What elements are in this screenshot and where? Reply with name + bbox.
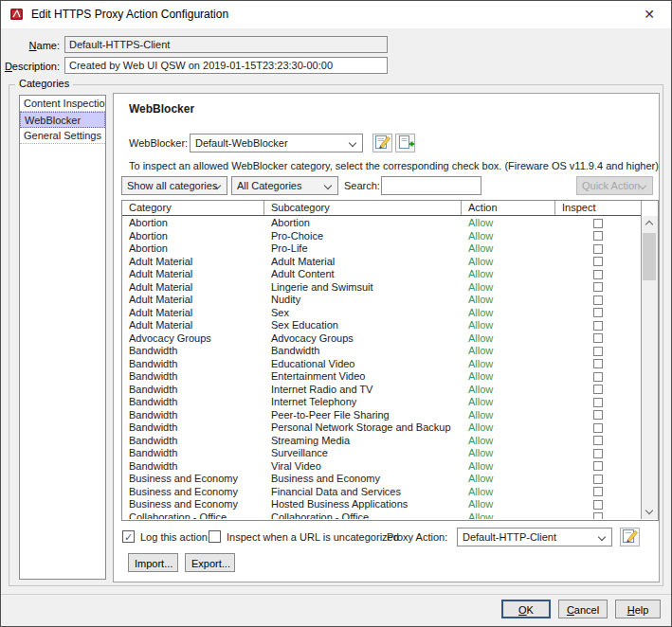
table-row[interactable]: Business and EconomyHosted Business Appl… <box>122 498 641 511</box>
inspect-checkbox[interactable] <box>593 296 603 305</box>
table-row[interactable]: Adult MaterialSexAllow <box>122 307 641 320</box>
table-row[interactable]: BandwidthSurveillanceAllow <box>122 447 641 460</box>
category-filter-dropdown[interactable]: All Categories <box>231 176 338 195</box>
quick-action-dropdown[interactable]: Quick Action <box>576 176 653 195</box>
description-field[interactable]: Created by Web UI QSW on 2019-01-15T23:2… <box>64 57 388 74</box>
inspect-checkbox[interactable] <box>593 410 603 420</box>
proxy-action-label: Proxy Action: <box>387 531 447 543</box>
table-row[interactable]: BandwidthPeer-to-Peer File SharingAllow <box>122 409 641 422</box>
inspect-checkbox[interactable] <box>593 347 603 356</box>
scroll-down-icon[interactable] <box>642 504 658 519</box>
name-field[interactable]: Default-HTTPS-Client <box>64 36 388 53</box>
inspect-checkbox[interactable] <box>593 321 603 331</box>
header-inspect[interactable]: Inspect <box>555 201 641 215</box>
inspect-checkbox[interactable] <box>593 257 603 266</box>
header-subcategory[interactable]: Subcategory <box>264 201 462 215</box>
subcategory-cell: Educational Video <box>264 358 462 370</box>
inspect-checkbox[interactable] <box>593 282 603 292</box>
inspect-checkbox[interactable] <box>593 333 603 343</box>
ok-button[interactable]: OK <box>501 600 551 618</box>
table-row[interactable]: Adult MaterialLingerie and SwimsuitAllow <box>122 281 641 295</box>
show-filter-dropdown[interactable]: Show all categories <box>121 176 227 195</box>
scrollbar-thumb[interactable] <box>643 233 656 280</box>
action-cell: Allow <box>462 358 555 370</box>
table-row[interactable]: BandwidthInternet Radio and TVAllow <box>122 384 641 397</box>
inspect-checkbox[interactable] <box>593 231 603 241</box>
sidebar-item-content-inspection[interactable]: Content Inspection <box>20 96 105 112</box>
table-row[interactable]: BandwidthInternet TelephonyAllow <box>122 396 641 409</box>
category-cell: Adult Material <box>122 319 264 331</box>
table-row[interactable]: BandwidthEntertainment VideoAllow <box>122 370 641 384</box>
edit-webblocker-button[interactable] <box>372 134 392 152</box>
categories-list[interactable]: Content InspectionWebBlockerGeneral Sett… <box>19 95 106 580</box>
cancel-button[interactable]: Cancel <box>558 600 608 618</box>
table-row[interactable]: AbortionAbortionAllow <box>122 217 641 230</box>
category-cell: Advocacy Groups <box>122 332 264 345</box>
table-row[interactable]: BandwidthPersonal Network Storage and Ba… <box>122 421 641 435</box>
proxy-action-dropdown[interactable]: Default-HTTP-Client <box>457 528 612 546</box>
table-row[interactable]: BandwidthEducational VideoAllow <box>122 358 641 371</box>
action-cell: Allow <box>462 256 555 268</box>
inspect-checkbox[interactable] <box>593 398 603 407</box>
inspect-checkbox[interactable] <box>593 372 603 382</box>
close-icon[interactable]: ✕ <box>635 3 663 26</box>
search-input[interactable] <box>381 176 481 195</box>
inspect-cell <box>555 231 641 241</box>
inspect-checkbox[interactable] <box>593 423 603 433</box>
inspect-checkbox[interactable] <box>593 308 603 317</box>
category-cell: Business and Economy <box>122 498 264 511</box>
inspect-checkbox[interactable] <box>593 219 603 228</box>
import-button[interactable]: Import... <box>128 553 178 572</box>
subcategory-cell: Collaboration - Office <box>264 511 462 519</box>
new-webblocker-button[interactable] <box>395 134 415 152</box>
category-cell: Bandwidth <box>122 421 264 434</box>
inspect-cell <box>555 398 641 407</box>
inspect-checkbox[interactable] <box>593 475 603 484</box>
inspect-checkbox[interactable] <box>593 449 603 458</box>
inspect-checkbox[interactable] <box>593 500 603 510</box>
header-category[interactable]: Category <box>122 201 264 215</box>
inspect-checkbox[interactable] <box>593 461 603 471</box>
uncategorized-checkbox[interactable] <box>209 530 221 543</box>
table-row[interactable]: BandwidthViral VideoAllow <box>122 460 641 474</box>
table-row[interactable]: Adult MaterialNudityAllow <box>122 294 641 307</box>
table-scrollbar[interactable] <box>641 201 658 519</box>
table-row[interactable]: Adult MaterialAdult ContentAllow <box>122 268 641 281</box>
table-row[interactable]: Business and EconomyFinancial Data and S… <box>122 486 641 499</box>
inspect-checkbox[interactable] <box>593 270 603 279</box>
category-cell: Bandwidth <box>122 460 264 473</box>
log-action-checkbox[interactable]: ✓ <box>122 530 135 543</box>
inspect-cell <box>555 423 641 433</box>
export-button[interactable]: Export... <box>185 553 235 572</box>
subcategory-cell: Personal Network Storage and Backup <box>264 421 462 434</box>
table-row[interactable]: Adult MaterialAdult MaterialAllow <box>122 256 641 269</box>
header-action[interactable]: Action <box>462 201 555 215</box>
table-row[interactable]: AbortionPro-ChoiceAllow <box>122 230 641 243</box>
table-row[interactable]: Adult MaterialSex EducationAllow <box>122 319 641 332</box>
inspect-checkbox[interactable] <box>593 487 603 496</box>
sidebar-item-webblocker[interactable]: WebBlocker <box>20 112 105 128</box>
inspect-checkbox[interactable] <box>593 385 603 394</box>
subcategory-cell: Internet Telephony <box>264 396 462 408</box>
table-row[interactable]: AbortionPro-LifeAllow <box>122 242 641 256</box>
scroll-up-icon[interactable] <box>642 216 658 231</box>
table-row[interactable]: BandwidthBandwidthAllow <box>122 345 641 358</box>
inspect-checkbox[interactable] <box>593 436 603 445</box>
table-row[interactable]: Collaboration - OfficeCollaboration - Of… <box>122 511 641 520</box>
inspect-cell <box>555 385 641 394</box>
inspect-checkbox[interactable] <box>593 359 603 368</box>
sidebar-item-general-settings[interactable]: General Settings <box>20 128 105 144</box>
help-button[interactable]: Help <box>615 600 661 618</box>
subcategory-cell: Streaming Media <box>264 435 462 447</box>
edit-document-icon <box>374 134 391 152</box>
inspect-checkbox[interactable] <box>593 244 603 254</box>
table-row[interactable]: BandwidthStreaming MediaAllow <box>122 435 641 448</box>
table-row[interactable]: Advocacy GroupsAdvocacy GroupsAllow <box>122 332 641 346</box>
edit-proxy-action-button[interactable] <box>620 528 640 546</box>
category-cell: Bandwidth <box>122 435 264 447</box>
action-cell: Allow <box>462 294 555 306</box>
webblocker-dropdown[interactable]: Default-WebBlocker <box>190 134 363 152</box>
action-cell: Allow <box>462 409 555 421</box>
inspect-checkbox[interactable] <box>593 512 603 519</box>
table-row[interactable]: Business and EconomyBusiness and Economy… <box>122 473 641 486</box>
